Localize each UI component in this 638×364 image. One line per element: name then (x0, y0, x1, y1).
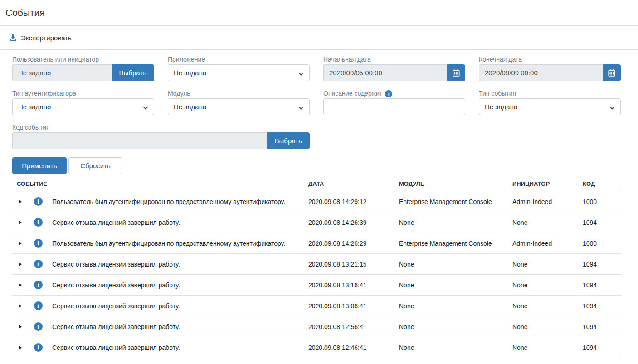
table-row: i Сервис отзыва лицензий завершил работу… (12, 254, 621, 275)
header-initiator: ИНИЦИАТОР (512, 180, 583, 187)
end-date-input[interactable] (479, 64, 603, 81)
calendar-icon (608, 69, 616, 77)
table-row: i Сервис отзыва лицензий завершил работу… (12, 296, 621, 316)
caret-right-icon (19, 221, 22, 224)
info-icon[interactable]: i (34, 343, 43, 352)
export-label: Экспортировать (21, 34, 72, 42)
application-label: Приложение (168, 56, 310, 63)
event-code: 1094 (583, 261, 621, 268)
event-text: Сервис отзыва лицензий завершил работу. (48, 344, 308, 351)
event-code-input[interactable] (12, 132, 267, 149)
event-module: None (399, 344, 512, 351)
table-header-row: СОБЫТИЕ ДАТА МОДУЛЬ ИНИЦИАТОР КОД (12, 180, 621, 191)
event-module: None (399, 261, 512, 268)
caret-right-icon (19, 325, 22, 329)
start-date-calendar-button[interactable] (447, 64, 465, 81)
event-initiator: Admin-Indeed (512, 198, 583, 205)
expand-row-button[interactable] (17, 219, 24, 226)
expand-row-button[interactable] (17, 261, 24, 268)
event-code: 1094 (583, 302, 621, 310)
table-row: i Пользователь был аутентифицирован по п… (12, 191, 621, 212)
filter-module: Модуль Не задано (168, 90, 310, 115)
info-icon[interactable]: i (385, 90, 392, 97)
event-type-select[interactable]: Не задано (479, 98, 621, 115)
chevron-down-icon (298, 104, 303, 109)
filter-actions: Применить Сбросить (0, 149, 638, 174)
event-date: 2020.09.08 14:26:39 (308, 219, 399, 226)
event-date: 2020.09.08 14:29:12 (308, 198, 399, 205)
info-icon[interactable]: i (34, 239, 43, 248)
info-icon[interactable]: i (34, 301, 43, 310)
filter-event-code: Код события Выбрать (12, 124, 310, 149)
info-icon[interactable]: i (34, 197, 43, 206)
event-module: Enterprise Management Console (399, 198, 512, 205)
table-row: i Сервис отзыва лицензий завершил работу… (12, 275, 621, 296)
event-text: Сервис отзыва лицензий завершил работу. (48, 261, 308, 268)
info-icon[interactable]: i (34, 218, 43, 227)
calendar-icon (452, 69, 460, 77)
event-date: 2020.09.08 12:56:41 (308, 323, 399, 330)
expand-row-button[interactable] (17, 281, 24, 289)
event-initiator: None (512, 302, 583, 310)
event-date: 2020.09.08 13:16:41 (308, 281, 399, 289)
filter-start-date: Начальная дата (323, 56, 465, 81)
page-title: События (5, 7, 45, 18)
download-icon (9, 34, 17, 42)
filter-event-type: Тип события Не задано (479, 90, 621, 115)
module-select-value: Не задано (174, 103, 206, 111)
event-code: 1094 (583, 323, 621, 330)
expand-row-button[interactable] (17, 344, 24, 351)
event-text: Сервис отзыва лицензий завершил работу. (48, 219, 308, 226)
event-module: None (399, 323, 512, 330)
application-select[interactable]: Не задано (168, 64, 310, 81)
chevron-down-icon (143, 104, 148, 109)
authenticator-type-select[interactable]: Не задано (12, 98, 154, 115)
chevron-down-icon (298, 70, 303, 75)
user-or-initiator-select-button[interactable]: Выбрать (112, 64, 154, 81)
expand-row-button[interactable] (17, 198, 24, 205)
export-button[interactable]: Экспортировать (9, 34, 72, 42)
table-row: i Сервис отзыва лицензий завершил работу… (12, 212, 621, 233)
module-label: Модуль (168, 90, 310, 97)
start-date-label: Начальная дата (323, 56, 465, 63)
event-text: Сервис отзыва лицензий завершил работу. (48, 302, 308, 310)
expand-row-button[interactable] (17, 323, 24, 330)
event-code: 1094 (583, 219, 621, 226)
expand-row-button[interactable] (17, 302, 24, 310)
filter-application: Приложение Не задано (168, 56, 310, 81)
event-module: None (399, 219, 512, 226)
event-type-label: Тип события (479, 90, 621, 97)
header-module: МОДУЛЬ (399, 180, 512, 187)
info-icon[interactable]: i (34, 260, 43, 268)
event-initiator: None (512, 344, 583, 351)
header-code: КОД (583, 180, 621, 187)
apply-button[interactable]: Применить (12, 157, 67, 174)
event-text: Пользователь был аутентифицирован по пре… (48, 198, 308, 205)
caret-right-icon (19, 262, 22, 266)
info-icon[interactable]: i (34, 322, 43, 331)
expand-row-button[interactable] (17, 240, 24, 247)
page-header: События (0, 0, 638, 26)
info-icon[interactable]: i (34, 281, 43, 289)
event-date: 2020.09.08 13:21:15 (308, 261, 399, 268)
user-or-initiator-input[interactable] (12, 64, 112, 81)
toolbar: Экспортировать (0, 26, 638, 50)
event-code-select-button[interactable]: Выбрать (267, 132, 310, 149)
authenticator-type-select-value: Не задано (18, 103, 51, 111)
event-code: 1094 (583, 281, 621, 289)
start-date-input[interactable] (323, 64, 447, 81)
event-initiator: None (512, 323, 583, 330)
caret-right-icon (19, 283, 22, 287)
event-code: 1094 (583, 344, 621, 351)
event-code: 1000 (583, 198, 621, 205)
event-code: 1000 (583, 240, 621, 247)
description-contains-input[interactable] (323, 98, 465, 115)
end-date-label: Конечная дата (479, 56, 621, 63)
event-module: None (399, 281, 512, 289)
header-event: СОБЫТИЕ (12, 180, 308, 187)
filters-panel: Пользователь или инициатор Выбрать Прило… (0, 50, 638, 149)
reset-button[interactable]: Сбросить (68, 157, 122, 174)
event-date: 2020.09.08 14:26:29 (308, 240, 399, 247)
end-date-calendar-button[interactable] (603, 64, 621, 81)
module-select[interactable]: Не задано (168, 98, 310, 115)
